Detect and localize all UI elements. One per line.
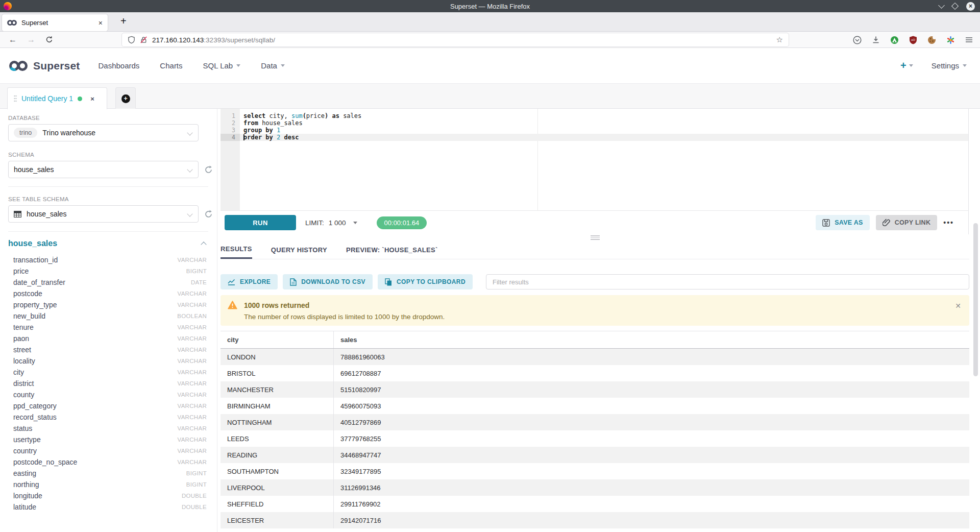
back-button[interactable]: ← <box>9 35 17 44</box>
code-line[interactable]: order by 2 desc <box>240 134 968 141</box>
schema-column-row[interactable]: district VARCHAR <box>13 378 207 389</box>
alert-close-icon[interactable]: ✕ <box>955 302 961 310</box>
schema-column-row[interactable]: northing BIGINT <box>13 479 207 490</box>
url-bar[interactable]: 217.160.120.143:32393/superset/sqllab/ ☆ <box>122 33 789 46</box>
schema-column-row[interactable]: usertype VARCHAR <box>13 434 207 445</box>
sql-editor[interactable]: 1234 select city, sum(price) as salesfro… <box>220 109 968 210</box>
privacy-badger-icon[interactable] <box>890 36 899 44</box>
menu-hamburger-icon[interactable] <box>965 37 973 43</box>
schema-column-row[interactable]: postcode VARCHAR <box>13 288 207 299</box>
tab-results[interactable]: RESULTS <box>220 240 252 259</box>
filter-results-input[interactable] <box>486 274 969 289</box>
table-row[interactable]: LEICESTER 29142071716 <box>220 512 969 528</box>
schema-column-row[interactable]: city VARCHAR <box>13 367 207 378</box>
download-icon[interactable] <box>872 36 880 44</box>
new-browser-tab-button[interactable]: + <box>120 15 127 27</box>
table-row[interactable]: LIVERPOOL 31126991346 <box>220 479 969 496</box>
copy-clipboard-button[interactable]: COPY TO CLIPBOARD <box>378 274 473 289</box>
schema-column-row[interactable]: date_of_transfer DATE <box>13 277 207 288</box>
pane-resize-handle[interactable] <box>591 235 600 241</box>
column-header-sales[interactable]: sales <box>333 331 969 348</box>
schema-column-row[interactable]: price BIGINT <box>13 265 207 277</box>
column-type: DOUBLE <box>182 493 207 499</box>
new-item-button[interactable]: + <box>900 60 913 71</box>
table-row[interactable]: LONDON 788861960063 <box>220 349 969 365</box>
schema-column-row[interactable]: latitude DOUBLE <box>13 501 207 513</box>
bookmark-star-icon[interactable]: ☆ <box>776 35 783 44</box>
code-line[interactable]: from house_sales <box>240 119 968 127</box>
nav-item-sql-lab[interactable]: SQL Lab <box>203 61 241 70</box>
extension-asterisk-icon[interactable] <box>946 36 955 44</box>
refresh-schema-icon[interactable] <box>204 165 213 174</box>
window-close-icon[interactable]: × <box>966 2 975 11</box>
drag-handle-icon[interactable] <box>14 95 17 102</box>
limit-dropdown[interactable]: LIMIT: 1 000 <box>305 219 357 227</box>
forward-button[interactable]: → <box>27 35 35 44</box>
tab-preview-house-sales[interactable]: PREVIEW: `HOUSE_SALES` <box>346 240 438 259</box>
ublock-icon[interactable]: uO <box>909 36 917 44</box>
pocket-icon[interactable] <box>853 36 862 44</box>
database-select[interactable]: trino Trino warehouse <box>8 124 199 141</box>
settings-menu[interactable]: Settings <box>932 61 967 70</box>
schema-column-row[interactable]: property_type VARCHAR <box>13 299 207 310</box>
table-row[interactable]: BIRMINGHAM 45960075093 <box>220 398 969 414</box>
schema-column-row[interactable]: easting BIGINT <box>13 468 207 479</box>
schema-column-row[interactable]: new_build BOOLEAN <box>13 310 207 322</box>
download-csv-button[interactable]: DOWNLOAD TO CSV <box>283 274 373 289</box>
schema-column-row[interactable]: country VARCHAR <box>13 445 207 456</box>
code-line[interactable]: group by 1 <box>240 127 968 134</box>
browser-tab[interactable]: Superset × <box>2 14 108 31</box>
query-tab[interactable]: Untitled Query 1 × <box>7 87 107 109</box>
schema-label: SCHEMA <box>8 152 217 158</box>
cookie-icon[interactable] <box>927 36 936 44</box>
schema-select[interactable]: house_sales <box>8 161 199 178</box>
schema-column-row[interactable]: status VARCHAR <box>13 423 207 434</box>
table-row[interactable]: READING 34468947747 <box>220 447 969 463</box>
scrollbar-thumb[interactable] <box>973 223 978 376</box>
editor-code[interactable]: select city, sum(price) as salesfrom hou… <box>240 112 968 141</box>
schema-column-row[interactable]: paon VARCHAR <box>13 333 207 344</box>
column-type: BIGINT <box>186 470 207 476</box>
window-maximize-icon[interactable] <box>951 3 959 10</box>
chevron-up-icon[interactable] <box>201 241 206 247</box>
schema-column-row[interactable]: transaction_id VARCHAR <box>13 254 207 265</box>
lock-disabled-icon[interactable] <box>140 36 148 44</box>
nav-item-data[interactable]: Data <box>261 61 285 70</box>
schema-column-row[interactable]: locality VARCHAR <box>13 355 207 367</box>
table-row[interactable]: BRISTOL 69612708887 <box>220 365 969 381</box>
schema-column-row[interactable]: ppd_category VARCHAR <box>13 400 207 412</box>
run-button[interactable]: RUN <box>225 215 296 230</box>
schema-column-row[interactable]: longitude DOUBLE <box>13 490 207 501</box>
schema-column-row[interactable]: street VARCHAR <box>13 344 207 355</box>
schema-column-row[interactable]: tenure VARCHAR <box>13 322 207 333</box>
column-type: BIGINT <box>186 268 207 274</box>
column-header-city[interactable]: city <box>220 331 333 348</box>
more-actions-button[interactable]: ••• <box>943 219 954 227</box>
save-as-button[interactable]: SAVE AS <box>816 215 870 230</box>
table-row[interactable]: MANCHESTER 51510820997 <box>220 381 969 398</box>
table-schema-header[interactable]: house_sales <box>8 239 206 248</box>
tab-query-history[interactable]: QUERY HISTORY <box>271 240 327 259</box>
copy-link-button[interactable]: COPY LINK <box>876 215 938 230</box>
schema-column-row[interactable]: postcode_no_space VARCHAR <box>13 456 207 468</box>
table-row[interactable]: NOTTINGHAM 40512797869 <box>220 414 969 430</box>
table-row[interactable]: SOUTHAMPTON 32349177895 <box>220 463 969 479</box>
superset-brand[interactable]: Superset <box>8 59 80 72</box>
code-line[interactable]: select city, sum(price) as sales <box>240 112 968 119</box>
results-table-header[interactable]: city sales <box>220 331 969 349</box>
add-query-tab[interactable]: + <box>115 87 136 109</box>
schema-column-row[interactable]: county VARCHAR <box>13 389 207 400</box>
browser-tab-close-icon[interactable]: × <box>99 19 103 27</box>
nav-item-charts[interactable]: Charts <box>160 61 182 70</box>
refresh-table-icon[interactable] <box>204 210 213 219</box>
table-select[interactable]: house_sales <box>8 205 199 223</box>
shield-icon[interactable] <box>128 36 135 44</box>
table-row[interactable]: LEEDS 37779768255 <box>220 430 969 447</box>
schema-column-row[interactable]: record_status VARCHAR <box>13 412 207 423</box>
table-row[interactable]: SHEFFIELD 29911769902 <box>220 496 969 512</box>
window-minimize-icon[interactable] <box>938 2 945 9</box>
reload-button[interactable] <box>45 36 53 43</box>
explore-button[interactable]: EXPLORE <box>220 274 278 289</box>
nav-item-dashboards[interactable]: Dashboards <box>98 61 139 70</box>
query-tab-close-icon[interactable]: × <box>90 95 94 103</box>
